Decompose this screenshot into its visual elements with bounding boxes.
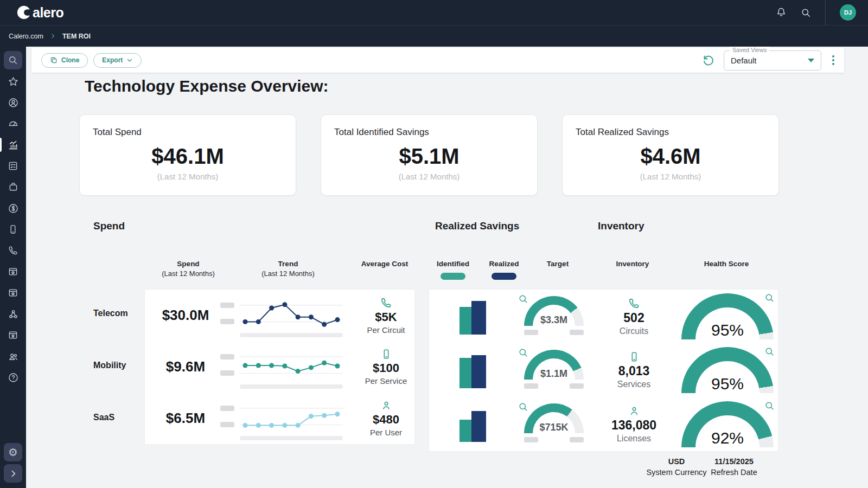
- redacted-axis-label: [220, 406, 234, 411]
- target-gauge: $1.1M: [524, 350, 584, 380]
- redacted-axis-label: [524, 383, 538, 389]
- clone-button-label: Clone: [61, 56, 79, 64]
- person-icon: [380, 400, 392, 412]
- target-gauge-label: $3.3M: [524, 314, 584, 326]
- refresh-date-label: Refresh Date: [711, 467, 757, 478]
- sidebar-item-expand[interactable]: [0, 466, 26, 480]
- sidebar-item-expenses[interactable]: [0, 201, 26, 215]
- undo-icon: [702, 54, 715, 67]
- redacted-axis-label: [240, 384, 343, 389]
- col-realized: Realized: [489, 259, 519, 269]
- saas-trend-sparkline: [240, 400, 343, 437]
- avg-cost-saas: $480 Per User: [356, 393, 416, 444]
- sidebar-item-integrations[interactable]: [0, 307, 26, 321]
- sidebar-item-tasks[interactable]: [0, 159, 26, 173]
- mobility-trend-sparkline: [240, 349, 343, 386]
- redacted-axis-label: [220, 422, 234, 427]
- kpi-period: (Last 12 Months): [93, 172, 283, 181]
- kpi-value: $46.1M: [93, 144, 283, 169]
- mobile-phone-icon: [380, 348, 392, 360]
- redacted-axis-label: [524, 437, 538, 442]
- target-gauge-saas: $715K: [516, 397, 592, 451]
- app-header: alero DJ: [0, 0, 868, 25]
- sidebar-item-analytics[interactable]: [0, 138, 26, 152]
- notifications-button[interactable]: [776, 7, 787, 18]
- breadcrumb-site[interactable]: Calero.com: [9, 33, 43, 40]
- more-options-button[interactable]: [830, 53, 837, 67]
- sidebar-item-help[interactable]: [0, 370, 26, 384]
- inventory-telecom: 502 Circuits: [592, 290, 676, 343]
- header-divider: [825, 0, 826, 25]
- sidebar-item-favorites[interactable]: [0, 74, 26, 88]
- savings-bars-telecom: [429, 290, 516, 343]
- user-avatar[interactable]: DJ: [840, 4, 856, 21]
- spend-value-mobility: $9.6M: [145, 341, 226, 393]
- sidebar-item-workspace-3[interactable]: [0, 328, 26, 342]
- target-gauge: $715K: [524, 403, 584, 433]
- system-currency: USD System Currency: [646, 457, 706, 478]
- phone-handset-icon: [628, 297, 640, 310]
- main-content: Clone Export Saved Views Default: [26, 47, 868, 488]
- calero-logo-icon: [16, 4, 33, 21]
- phone-handset-icon: [380, 297, 392, 309]
- telecom-trend-sparkline: [240, 297, 343, 334]
- identified-legend-swatch: [441, 273, 465, 280]
- row-label-saas: SaaS: [93, 413, 142, 422]
- col-target: Target: [547, 259, 569, 269]
- sidebar-item-workspace-2[interactable]: [0, 286, 26, 300]
- kpi-period: (Last 12 Months): [576, 172, 765, 181]
- refresh-date-value: 11/15/2025: [711, 457, 757, 467]
- redacted-axis-label: [570, 330, 584, 335]
- export-button[interactable]: Export: [93, 53, 142, 68]
- kpi-total-realized-savings: Total Realized Savings $4.6M (Last 12 Mo…: [562, 114, 779, 196]
- sidebar-item-cases[interactable]: [0, 180, 26, 194]
- clone-button[interactable]: Clone: [41, 53, 88, 68]
- inventory-unit: Licenses: [617, 434, 651, 444]
- section-inventory: Inventory: [598, 220, 644, 232]
- trend-cell-saas: [226, 393, 356, 444]
- health-gauge-saas: 92%: [676, 397, 779, 451]
- kpi-period: (Last 12 Months): [334, 172, 524, 181]
- health-gauge-mobility: 95%: [676, 343, 779, 397]
- realized-legend-swatch: [492, 273, 516, 280]
- avg-cost-mobility: $100 Per Service: [356, 341, 416, 393]
- refresh-date: 11/15/2025 Refresh Date: [711, 457, 757, 478]
- target-gauge-telecom: $3.3M: [516, 290, 592, 343]
- mobile-phone-icon: [628, 351, 640, 363]
- spend-panel: $30.0M $5K Per Circuit $9.6M: [144, 289, 415, 445]
- sidebar-item-dashboard[interactable]: [0, 117, 26, 131]
- chevron-right-icon: [50, 33, 56, 39]
- search-button[interactable]: [801, 8, 811, 18]
- breadcrumb-page[interactable]: TEM ROI: [62, 33, 91, 40]
- inventory-unit: Circuits: [620, 326, 648, 336]
- realized-bar: [471, 301, 486, 335]
- person-icon: [628, 405, 640, 417]
- target-gauge-label: $715K: [524, 422, 584, 433]
- sidebar-item-telecom[interactable]: [0, 243, 26, 258]
- reset-view-button[interactable]: [702, 54, 715, 67]
- page-title: Technology Expense Overview:: [85, 77, 329, 95]
- target-gauge: $3.3M: [524, 296, 584, 326]
- kpi-label: Total Spend: [93, 127, 283, 138]
- redacted-axis-label: [220, 319, 234, 324]
- copy-icon: [50, 56, 58, 64]
- col-inventory: Inventory: [616, 259, 649, 269]
- health-gauge-telecom: 95%: [676, 290, 779, 343]
- inventory-saas: 136,080 Licenses: [592, 397, 676, 451]
- sidebar-item-workspace-1[interactable]: [0, 265, 26, 279]
- breadcrumb: Calero.com TEM ROI: [0, 25, 868, 47]
- sidebar-item-user-management[interactable]: [0, 349, 26, 363]
- saved-views-select[interactable]: Saved Views Default: [724, 50, 821, 70]
- kpi-label: Total Realized Savings: [576, 127, 765, 138]
- health-score-label: 92%: [681, 429, 774, 447]
- sidebar-item-mobile-devices[interactable]: [0, 222, 26, 236]
- redacted-axis-label: [220, 370, 234, 376]
- saved-views-label: Saved Views: [730, 47, 769, 53]
- redacted-axis-label: [220, 303, 234, 308]
- sidebar-item-contacts[interactable]: [0, 95, 26, 110]
- sidebar-item-settings[interactable]: ⚙: [0, 445, 26, 459]
- calero-logo: alero: [16, 4, 63, 21]
- kpi-label: Total Identified Savings: [334, 127, 524, 138]
- kpi-value: $5.1M: [334, 144, 524, 169]
- sidebar-item-search[interactable]: [0, 53, 26, 67]
